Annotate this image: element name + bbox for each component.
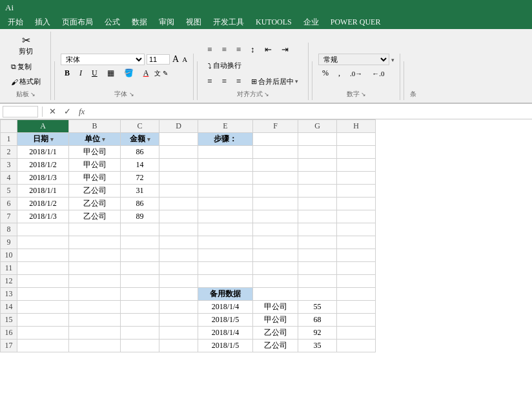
col-header-f[interactable]: F <box>253 120 298 133</box>
align-right-button[interactable]: ≡ <box>232 74 245 88</box>
cell-15-c[interactable] <box>121 314 159 327</box>
col-header-d[interactable]: D <box>159 120 198 133</box>
cell-15-h[interactable] <box>337 314 376 327</box>
cell-6-a[interactable]: 2018/1/2 <box>17 198 69 210</box>
cell-17-h[interactable] <box>337 340 376 352</box>
align-top-button[interactable]: ≡ <box>203 43 216 57</box>
cell-9-h[interactable] <box>337 236 376 249</box>
row-header-9[interactable]: 9 <box>1 236 17 249</box>
cell-4-e[interactable] <box>198 172 253 185</box>
cell-9-d[interactable] <box>159 236 198 249</box>
cell-5-f[interactable] <box>253 185 298 198</box>
col-header-a[interactable]: A <box>17 120 69 133</box>
border-button[interactable]: ▦ <box>103 67 118 79</box>
cell-3-e[interactable] <box>198 159 253 172</box>
confirm-formula-icon[interactable]: ✓ <box>61 106 74 117</box>
indent-increase-button[interactable]: ⇥ <box>278 43 292 57</box>
cell-12-c[interactable] <box>121 275 159 288</box>
cell-17-a[interactable] <box>17 340 69 352</box>
cell-4-h[interactable] <box>337 172 376 185</box>
cell-10-c[interactable] <box>121 249 159 262</box>
font-size-increase-icon[interactable]: A <box>172 54 179 65</box>
cell-8-a[interactable] <box>17 223 69 236</box>
cell-8-e[interactable] <box>198 223 253 236</box>
row-header-1[interactable]: 1 <box>1 133 17 146</box>
cell-5-e[interactable] <box>198 185 253 198</box>
cell-17-e[interactable]: 2018/1/5 <box>198 340 253 352</box>
cell-11-e[interactable] <box>198 262 253 275</box>
cell-13-a[interactable] <box>17 288 69 301</box>
cell-9-a[interactable] <box>17 236 69 249</box>
cell-8-g[interactable] <box>298 223 337 236</box>
row-header-5[interactable]: 5 <box>1 185 17 198</box>
decrease-decimal-button[interactable]: ←.0 <box>368 68 388 79</box>
cell-11-a[interactable] <box>17 262 69 275</box>
row-header-16[interactable]: 16 <box>1 327 17 340</box>
dropdown-arrow[interactable]: ▾ <box>50 136 54 143</box>
cell-5-d[interactable] <box>159 185 198 198</box>
cell-11-h[interactable] <box>337 262 376 275</box>
font-size-decrease-icon[interactable]: A <box>181 55 188 64</box>
cell-6-e[interactable] <box>198 198 253 210</box>
cell-13-c[interactable] <box>121 288 159 301</box>
cell-16-h[interactable] <box>337 327 376 340</box>
cell-17-f[interactable]: 乙公司 <box>253 340 298 352</box>
alignment-expand-icon[interactable]: ↘ <box>264 91 269 97</box>
row-header-6[interactable]: 6 <box>1 198 17 210</box>
cell-16-g[interactable]: 92 <box>298 327 337 340</box>
cell-13-b[interactable] <box>69 288 121 301</box>
cell-2-f[interactable] <box>253 146 298 159</box>
cell-7-d[interactable] <box>159 210 198 223</box>
cell-15-g[interactable]: 68 <box>298 314 337 327</box>
cell-16-b[interactable] <box>69 327 121 340</box>
cell-2-b[interactable]: 甲公司 <box>69 146 121 159</box>
cell-3-g[interactable] <box>298 159 337 172</box>
row-header-7[interactable]: 7 <box>1 210 17 223</box>
cell-4-b[interactable]: 甲公司 <box>69 172 121 185</box>
row-header-12[interactable]: 12 <box>1 275 17 288</box>
text-direction-button[interactable]: ↕ <box>247 43 259 57</box>
cell-3-h[interactable] <box>337 159 376 172</box>
cell-10-d[interactable] <box>159 249 198 262</box>
cell-15-d[interactable] <box>159 314 198 327</box>
cell-10-b[interactable] <box>69 249 121 262</box>
cell-17-d[interactable] <box>159 340 198 352</box>
cell-14-h[interactable] <box>337 301 376 314</box>
cell-14-c[interactable] <box>121 301 159 314</box>
merge-button[interactable]: ⊞ 合并后居中 ▾ <box>247 75 303 88</box>
formula-input[interactable] <box>90 107 529 116</box>
cell-10-e[interactable] <box>198 249 253 262</box>
cell-12-d[interactable] <box>159 275 198 288</box>
cell-7-g[interactable] <box>298 210 337 223</box>
menu-formula[interactable]: 公式 <box>99 15 125 29</box>
name-box[interactable] <box>3 106 38 117</box>
cell-11-g[interactable] <box>298 262 337 275</box>
cell-13-e[interactable]: 备用数据 <box>198 288 253 301</box>
cell-6-b[interactable]: 乙公司 <box>69 198 121 210</box>
cell-15-b[interactable] <box>69 314 121 327</box>
cell-2-e[interactable] <box>198 146 253 159</box>
cell-1-e[interactable]: 步骤： <box>198 133 253 146</box>
cell-17-b[interactable] <box>69 340 121 352</box>
cell-9-c[interactable] <box>121 236 159 249</box>
menu-data[interactable]: 数据 <box>127 15 152 29</box>
align-middle-button[interactable]: ≡ <box>218 43 230 57</box>
cell-10-h[interactable] <box>337 249 376 262</box>
italic-button[interactable]: I <box>76 67 86 79</box>
cell-12-f[interactable] <box>253 275 298 288</box>
row-header-11[interactable]: 11 <box>1 262 17 275</box>
dropdown-arrow[interactable]: ▾ <box>102 136 105 143</box>
cancel-formula-icon[interactable]: ✕ <box>46 106 59 117</box>
format-painter-button[interactable]: 🖌 格式刷 <box>6 75 45 88</box>
cell-2-a[interactable]: 2018/1/1 <box>17 146 69 159</box>
cell-5-b[interactable]: 乙公司 <box>69 185 121 198</box>
cell-4-d[interactable] <box>159 172 198 185</box>
cell-12-g[interactable] <box>298 275 337 288</box>
cell-8-f[interactable] <box>253 223 298 236</box>
menu-power-query[interactable]: POWER QUER <box>325 16 386 28</box>
cell-14-g[interactable]: 55 <box>298 301 337 314</box>
cell-12-h[interactable] <box>337 275 376 288</box>
cell-2-c[interactable]: 86 <box>121 146 159 159</box>
number-expand-icon[interactable]: ↘ <box>361 91 366 97</box>
cell-11-f[interactable] <box>253 262 298 275</box>
